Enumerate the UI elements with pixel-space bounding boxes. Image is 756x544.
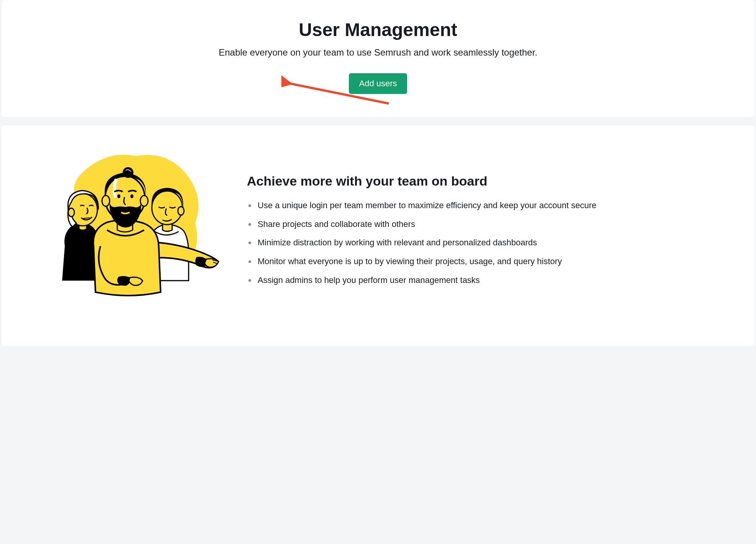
page-title: User Management <box>17 19 739 40</box>
benefit-item: Assign admins to help you perform user m… <box>247 274 716 286</box>
content-card: Achieve more with your team on board Use… <box>2 125 754 346</box>
team-people-icon <box>44 146 220 307</box>
svg-point-2 <box>68 208 74 217</box>
svg-point-8 <box>140 196 148 206</box>
svg-point-4 <box>178 207 184 215</box>
svg-point-7 <box>102 196 110 206</box>
benefit-item: Monitor what everyone is up to by viewin… <box>247 256 716 268</box>
content-heading: Achieve more with your team on board <box>247 173 716 189</box>
svg-point-10 <box>130 194 133 198</box>
page-subtitle: Enable everyone on your team to use Semr… <box>17 47 739 58</box>
add-users-button[interactable]: Add users <box>349 73 407 94</box>
benefits-list: Use a unique login per team member to ma… <box>247 200 716 286</box>
content-text: Achieve more with your team on board Use… <box>247 146 716 293</box>
svg-point-3 <box>152 191 182 225</box>
svg-point-6 <box>123 167 133 178</box>
benefit-item: Share projects and collaborate with othe… <box>247 219 716 230</box>
svg-point-9 <box>117 194 120 198</box>
benefit-item: Use a unique login per team member to ma… <box>247 200 716 212</box>
header-card: User Management Enable everyone on your … <box>2 0 754 117</box>
benefit-item: Minimize distraction by working with rel… <box>247 237 716 249</box>
team-illustration <box>40 146 224 307</box>
